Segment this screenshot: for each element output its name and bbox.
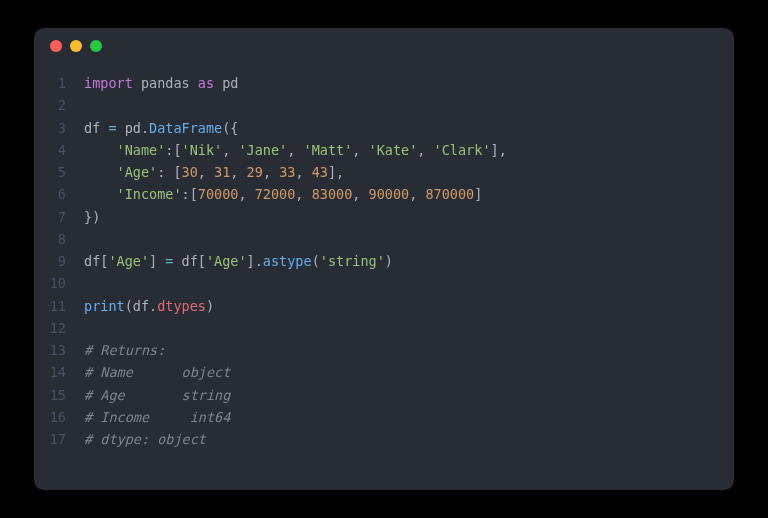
code-line: 5 'Age': [30, 31, 29, 33, 43], <box>34 161 734 183</box>
line-number: 14 <box>34 361 84 383</box>
minimize-icon[interactable] <box>70 40 82 52</box>
line-content: # Age string <box>84 384 230 406</box>
line-content: df = pd.DataFrame({ <box>84 117 238 139</box>
line-content: # Returns: <box>84 339 165 361</box>
code-line: 2 <box>34 94 734 116</box>
line-number: 16 <box>34 406 84 428</box>
line-number: 7 <box>34 206 84 228</box>
code-line: 3df = pd.DataFrame({ <box>34 117 734 139</box>
code-line: 11print(df.dtypes) <box>34 295 734 317</box>
code-line: 12 <box>34 317 734 339</box>
line-content: df['Age'] = df['Age'].astype('string') <box>84 250 393 272</box>
code-line: 7}) <box>34 206 734 228</box>
titlebar <box>34 28 734 64</box>
line-content: 'Age': [30, 31, 29, 33, 43], <box>84 161 344 183</box>
line-content: import pandas as pd <box>84 72 238 94</box>
code-window: 1import pandas as pd23df = pd.DataFrame(… <box>34 28 734 490</box>
code-line: 8 <box>34 228 734 250</box>
line-number: 12 <box>34 317 84 339</box>
close-icon[interactable] <box>50 40 62 52</box>
line-number: 11 <box>34 295 84 317</box>
code-line: 10 <box>34 272 734 294</box>
line-number: 4 <box>34 139 84 161</box>
code-line: 16# Income int64 <box>34 406 734 428</box>
line-number: 15 <box>34 384 84 406</box>
code-line: 9df['Age'] = df['Age'].astype('string') <box>34 250 734 272</box>
line-number: 9 <box>34 250 84 272</box>
code-line: 17# dtype: object <box>34 428 734 450</box>
line-content: # Income int64 <box>84 406 230 428</box>
code-line: 14# Name object <box>34 361 734 383</box>
line-content: }) <box>84 206 100 228</box>
line-number: 6 <box>34 183 84 205</box>
maximize-icon[interactable] <box>90 40 102 52</box>
code-line: 15# Age string <box>34 384 734 406</box>
line-number: 5 <box>34 161 84 183</box>
line-number: 13 <box>34 339 84 361</box>
code-line: 13# Returns: <box>34 339 734 361</box>
line-number: 3 <box>34 117 84 139</box>
code-line: 1import pandas as pd <box>34 72 734 94</box>
line-number: 1 <box>34 72 84 94</box>
line-content: 'Income':[70000, 72000, 83000, 90000, 87… <box>84 183 482 205</box>
code-line: 6 'Income':[70000, 72000, 83000, 90000, … <box>34 183 734 205</box>
line-content: print(df.dtypes) <box>84 295 214 317</box>
line-content: # dtype: object <box>84 428 206 450</box>
line-content: 'Name':['Nik', 'Jane', 'Matt', 'Kate', '… <box>84 139 507 161</box>
line-number: 8 <box>34 228 84 250</box>
line-content: # Name object <box>84 361 230 383</box>
line-number: 17 <box>34 428 84 450</box>
code-editor[interactable]: 1import pandas as pd23df = pd.DataFrame(… <box>34 64 734 459</box>
code-line: 4 'Name':['Nik', 'Jane', 'Matt', 'Kate',… <box>34 139 734 161</box>
line-number: 10 <box>34 272 84 294</box>
line-number: 2 <box>34 94 84 116</box>
